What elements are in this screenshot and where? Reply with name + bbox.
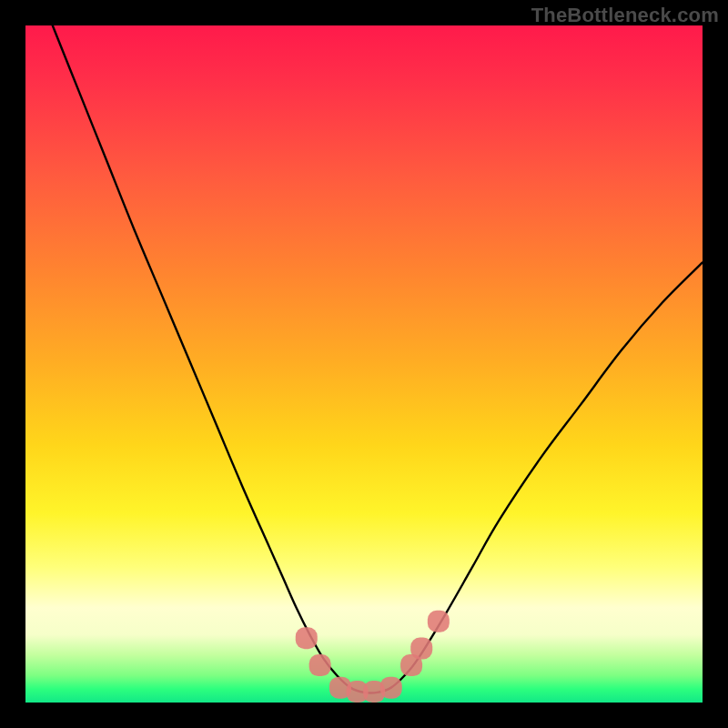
curve-marker [296, 627, 318, 649]
curve-marker [428, 611, 450, 632]
marker-group [296, 611, 450, 703]
chart-frame: TheBottleneck.com [0, 0, 728, 728]
curve-marker [309, 654, 331, 676]
chart-svg [25, 25, 703, 703]
curve-marker [410, 637, 432, 659]
bottleneck-curve [53, 25, 703, 693]
curve-marker [380, 677, 402, 699]
watermark-text: TheBottleneck.com [531, 4, 719, 27]
plot-area [25, 25, 703, 703]
